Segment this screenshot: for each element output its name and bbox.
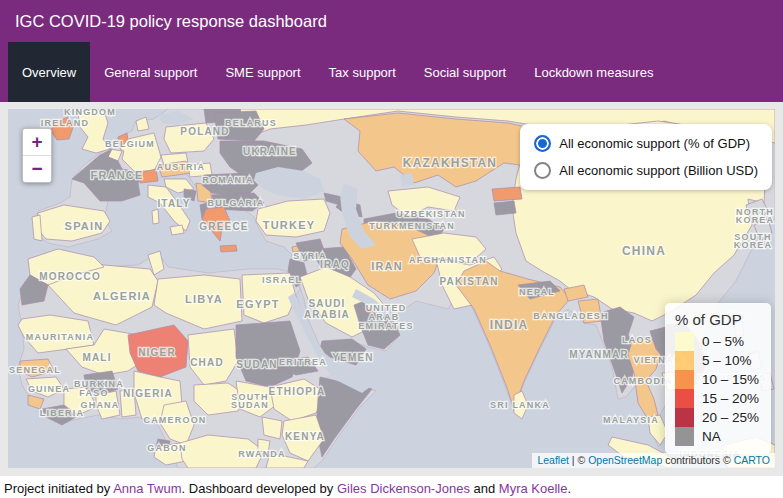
giles-dickenson-jones-link[interactable]: Giles Dickenson-Jones — [337, 481, 470, 496]
legend-row: 10 – 15% — [675, 370, 759, 389]
map-label: YEMEN — [332, 352, 374, 363]
legend-row: 15 – 20% — [675, 389, 759, 408]
map-label: POLAND — [180, 126, 229, 137]
attribution-text: | © — [569, 454, 588, 466]
legend-swatch — [675, 351, 694, 370]
country-tajikistan[interactable] — [494, 201, 516, 215]
map-label: SENEGAL — [9, 365, 61, 375]
leaflet-link[interactable]: Leaflet — [537, 454, 569, 466]
country-sudan[interactable] — [236, 321, 300, 387]
map-label: ERITREA — [279, 357, 327, 367]
footer-text: . Dashboard developed by — [182, 481, 337, 496]
map-label: BELGIUM — [105, 139, 155, 149]
map-label: GREECE — [199, 221, 248, 232]
tab-lockdown-measures[interactable]: Lockdown measures — [520, 42, 667, 102]
map-label: LAOS — [622, 335, 652, 345]
myra-koelle-link[interactable]: Myra Koelle — [499, 481, 568, 496]
page-title: IGC COVID-19 policy response dashboard — [0, 0, 783, 42]
legend-row: NA — [675, 427, 759, 446]
legend-swatch — [675, 332, 694, 351]
map-label: PAKISTAN — [439, 276, 498, 287]
aral-sea — [400, 173, 414, 187]
map-label: MAURITANIA — [26, 332, 94, 342]
map-label: EGYPT — [236, 298, 279, 310]
radio-label: All economic support (Billion USD) — [559, 163, 758, 178]
map-label: CAMBODIA — [613, 376, 672, 386]
dashboard-header: IGC COVID-19 policy response dashboard O… — [0, 0, 783, 102]
map-label: IRAN — [371, 260, 403, 272]
tab-bar: Overview General support SME support Tax… — [0, 42, 783, 102]
legend-swatch — [675, 370, 694, 389]
country-crete[interactable] — [220, 245, 237, 252]
map-label: ITALY — [157, 198, 190, 209]
map-label: UKRAINE — [243, 146, 297, 157]
world-map[interactable]: KINGDOMIRELANDBELGIUMPOLANDBELARUSUKRAIN… — [8, 109, 775, 468]
map-label: CAMEROON — [143, 415, 206, 425]
radio-icon[interactable] — [534, 135, 551, 152]
country-sicily[interactable] — [170, 225, 184, 235]
map-label: SPAIN — [65, 220, 104, 232]
attribution-text: contributors © — [662, 454, 733, 466]
map-label: AFGHANISTAN — [409, 255, 487, 265]
radio-icon[interactable] — [534, 162, 551, 179]
radio-option-billion-usd[interactable]: All economic support (Billion USD) — [534, 162, 758, 179]
map-label: ISRAEL — [262, 275, 302, 285]
map-label: EMIRATES — [358, 321, 413, 331]
map-label: KOREA — [734, 240, 773, 250]
radio-label: All economic support (% of GDP) — [559, 136, 750, 151]
legend-swatch — [675, 389, 694, 408]
map-label: KENYA — [285, 431, 325, 442]
map-label: NIGER — [138, 347, 176, 358]
carto-link[interactable]: CARTO — [734, 454, 770, 466]
legend-row: 0 – 5% — [675, 332, 759, 351]
zoom-in-button[interactable]: + — [23, 129, 51, 155]
country-portugal[interactable] — [32, 215, 42, 241]
tab-general-support[interactable]: General support — [90, 42, 211, 102]
map-label: SUDAN — [236, 359, 278, 370]
map-label: MYANMAR — [569, 349, 629, 360]
map-label: FASO — [79, 388, 108, 398]
map-legend: % of GDP 0 – 5% 5 – 10% 10 – 15% 15 – 20… — [665, 303, 771, 454]
map-label: SUDAN — [231, 400, 269, 410]
map-label: ALGERIA — [93, 290, 151, 302]
map-label: FRANCE — [90, 169, 143, 181]
map-metric-selector: All economic support (% of GDP) All econ… — [520, 124, 772, 190]
map-label: RWANDA — [238, 449, 286, 459]
tab-tax-support[interactable]: Tax support — [315, 42, 410, 102]
legend-row: 20 – 25% — [675, 408, 759, 427]
tab-social-support[interactable]: Social support — [410, 42, 520, 102]
map-label: NIGERIA — [123, 388, 173, 399]
map-label: SAUDI — [308, 298, 345, 309]
legend-swatch — [675, 427, 694, 446]
map-label: TURKEY — [263, 219, 315, 231]
map-label: IRAQ — [320, 259, 350, 270]
country-kyrgyzstan[interactable] — [492, 187, 522, 201]
zoom-out-button[interactable]: − — [23, 155, 51, 182]
tab-overview[interactable]: Overview — [8, 42, 90, 102]
anna-twum-link[interactable]: Anna Twum — [113, 481, 181, 496]
map-label: CHAD — [190, 357, 224, 368]
legend-swatch — [675, 408, 694, 427]
map-label: MALAYSIA — [603, 415, 659, 425]
map-label: GUINEA — [28, 384, 70, 394]
footer-text: Project initiated by — [4, 481, 113, 496]
map-label: BANGLADESH — [533, 311, 609, 321]
tab-sme-support[interactable]: SME support — [211, 42, 314, 102]
map-label: IRELAND — [41, 118, 89, 128]
map-label: KOREA — [736, 215, 775, 225]
radio-option-pct-gdp[interactable]: All economic support (% of GDP) — [534, 135, 758, 152]
page-footer: Project initiated by Anna Twum. Dashboar… — [0, 476, 783, 498]
map-label: LIBYA — [185, 293, 223, 305]
map-label: MALI — [82, 352, 111, 363]
map-attribution: Leaflet | © OpenStreetMap contributors ©… — [532, 453, 775, 468]
map-section: KINGDOMIRELANDBELGIUMPOLANDBELARUSUKRAIN… — [0, 102, 783, 476]
map-label: GHANA — [81, 400, 120, 410]
map-label: GABON — [147, 443, 187, 453]
country-sardinia[interactable] — [152, 209, 159, 224]
map-label: INDIA — [490, 318, 529, 332]
map-label: MOROCCO — [39, 271, 101, 282]
footer-text: and — [470, 481, 499, 496]
map-label: BULGARIA — [207, 198, 264, 208]
openstreetmap-link[interactable]: OpenStreetMap — [588, 454, 662, 466]
legend-row: 5 – 10% — [675, 351, 759, 370]
